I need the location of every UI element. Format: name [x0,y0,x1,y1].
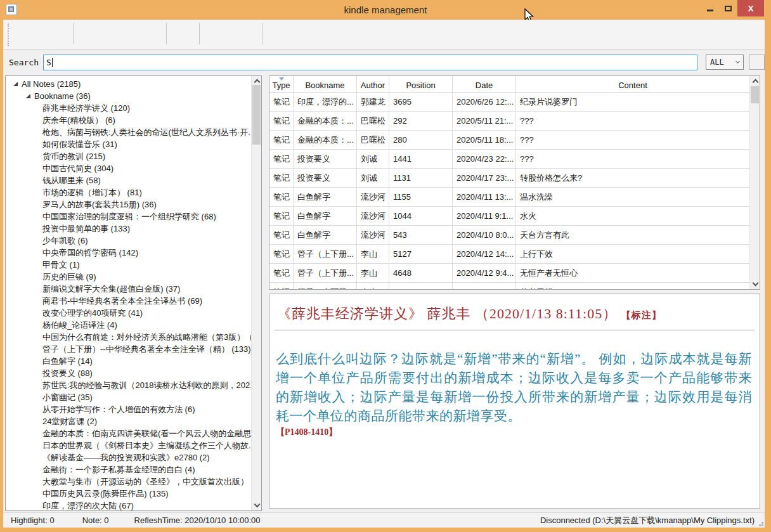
tree-book-item[interactable]: 中国国家治理的制度逻辑：一个组织学研究 (68) [6,211,251,223]
app-window: kindle management X Search S ALL [0,0,771,532]
tree-book-item[interactable]: 白鱼解字 (14) [6,355,251,367]
toolbar-separator [199,23,200,44]
maximize-button[interactable] [719,0,737,16]
notes-table-body: 笔记 印度，漂浮的... 郭建龙 3695 2020/6/26 12:... 纪… [269,93,749,289]
tree-book-item[interactable]: 中央帝国的哲学密码 (142) [6,247,251,259]
filter-dropdown[interactable]: ALL [706,55,744,70]
tree-book-item[interactable]: 从零开始学写作：个人增值的有效方法 (6) [6,403,251,415]
table-row[interactable]: 笔记 印度，漂浮的... 郭建龙 3695 2020/6/26 12:... 纪… [269,93,749,112]
note-detail-panel: 《薛兆丰经济学讲义》 薛兆丰 （2020/1/13 8:11:05） 【标注】 … [269,294,760,509]
tree-book-item[interactable]: 货币的教训 (215) [6,150,251,162]
tree-book-item[interactable]: 中国为什么有前途：对外经济关系的战略潜能（第3版）（... [6,331,251,343]
tree-book-item[interactable]: 金融街：一个影子私募基金经理的自白 (4) [6,464,251,476]
table-row[interactable]: 笔记 管子（上下册... 李山 4648 2020/4/12 9:4... 无恒… [269,264,749,283]
filter-value: ALL [710,58,724,67]
resize-grip[interactable] [761,524,763,526]
tree-book-item[interactable]: 薛兆丰经济学讲义 (120) [6,102,251,114]
app-icon-glyph [8,6,14,12]
expander-icon[interactable] [26,94,30,98]
table-header: Type Bookname Author Position Date Conte… [269,76,749,93]
note-detail-body: 么到底什么叫边际？边际就是“新增”带来的“新增”。 例如，边际成本就是每新增一个… [276,349,752,425]
detail-divider [275,330,755,330]
toolbar [3,20,765,50]
tree-book-item[interactable]: 投资中最简单的事 (133) [6,223,251,235]
table-row[interactable]: 笔记 金融的本质：... 巴曙松 280 2020/5/11 18:... ??… [269,131,749,150]
status-bar: Hightlight: 0 Note: 0 RefleshTime: 2020/… [3,512,765,528]
scrollbar-thumb[interactable] [252,85,261,145]
tree-book-item[interactable]: 金融的本质：伯南克四讲美联储(看一个风云人物的金融思... [6,427,251,439]
scroll-down-icon[interactable] [252,500,262,510]
tree-book-item[interactable]: 少年凯歌 (6) [6,235,251,247]
table-scrollbar[interactable] [749,76,760,289]
notes-tree-panel: All Notes (2185) Bookname (36) 薛兆丰经济学讲义 … [5,75,262,511]
scroll-down-icon[interactable] [750,279,760,289]
tree-book-item[interactable]: 管子（上下册）--中华经典名著全本全注全译（精） (133) [6,343,251,355]
tree-book-item[interactable]: 如何假装懂音乐 (31) [6,138,251,150]
tree-book-item[interactable]: 历史的巨镜 (9) [6,271,251,283]
search-extra-button[interactable] [749,55,765,70]
tree-item-bookname[interactable]: Bookname (36) [6,90,251,102]
text-caret [52,58,53,67]
tree-item-all-notes[interactable]: All Notes (2185) [6,78,251,90]
tree-book-item[interactable]: 日本的世界观（《剑桥日本史》主编凝练之作三个人物故... [6,439,251,451]
search-input[interactable]: S [43,55,697,70]
table-row[interactable]: 笔记 管子（上下册... 李山 5127 2020/4/12 14:... 上行… [269,245,749,264]
column-header-author[interactable]: Author [357,76,389,92]
status-highlight-count: Hightlight: 0 [11,516,55,525]
toolbar-separator [166,23,167,44]
table-row[interactable]: 笔记 白鱼解字 流沙河 1155 2020/4/11 13:... 温水洗澡 [269,188,749,207]
tree-book-item[interactable]: 《解读基金——我的投资观和实践》e2780 (2) [6,451,251,464]
tree-book-item[interactable]: 新编说文解字大全集(超值白金版) (37) [6,283,251,295]
table-row[interactable]: 笔记 白鱼解字 流沙河 543 2020/4/10 8:0... 天台方言有此 [269,226,749,245]
tree-book-item[interactable]: 罗马人的故事(套装共15册) (36) [6,198,251,211]
close-icon: X [748,4,754,13]
tree-book-item[interactable]: 中国历史风云录(陈舜臣作品) (135) [6,488,251,500]
status-connection: Disconnected (D:\天翼云盘下载\kmanapp\My Clipp… [540,515,755,526]
tree-book-item[interactable]: 甲骨文 (1) [6,259,251,271]
tree-book-item[interactable]: 投资要义 (88) [6,367,251,379]
status-reflesh-time: RefleshTime: 2020/10/10 10:00:00 [134,516,261,525]
tree-book-item[interactable]: 中国古代简史 (304) [6,162,251,174]
table-row[interactable]: 笔记 金融的本质：... 巴曙松 292 2020/5/11 21:... ??… [269,112,749,131]
scrollbar-thumb[interactable] [751,86,759,103]
tree-book-list: 薛兆丰经济学讲义 (120) 庆余年(精校版） (6) 枪炮、病菌与钢铁:人类社… [6,102,251,510]
toolbar-gripper[interactable] [8,23,10,46]
client-area: Search S ALL All Notes (2185) Bookname (… [3,20,765,528]
table-row[interactable]: 笔记 投资要义 刘诚 1131 2020/4/17 23:... 转股价格怎么来… [269,169,749,188]
tree-book-item[interactable]: 商君书-中华经典名著全本全注全译丛书 (69) [6,295,251,307]
tree-book-item[interactable]: 大教堂与集市（开源运动的《圣经》，中文版首次出版） ... [6,476,251,488]
table-row[interactable]: 笔记 管子（上下册... 李山 4577 2020/4/12 9:4... 黄老… [269,283,749,289]
tree-book-item[interactable]: 市场的逻辑（增订本） (81) [6,186,251,198]
tree-book-item[interactable]: 24堂财富课 (2) [6,415,251,427]
tree-book-item[interactable]: 小窗幽记 (35) [6,391,251,403]
chevron-down-icon [735,59,740,63]
toolbar-separator [73,23,74,44]
tree-book-item[interactable]: 改变心理学的40项研究 (41) [6,307,251,319]
table-row[interactable]: 笔记 白鱼解字 流沙河 1044 2020/4/11 9:1... 水火 [269,207,749,226]
column-header-date[interactable]: Date [453,76,516,92]
notes-tree: All Notes (2185) Bookname (36) 薛兆丰经济学讲义 … [6,76,251,510]
tree-book-item[interactable]: 庆余年(精校版） (6) [6,114,251,126]
scroll-up-icon[interactable] [750,76,760,86]
expander-icon[interactable] [13,82,18,86]
note-detail-title: 《薛兆丰经济学讲义》 薛兆丰 （2020/1/13 8:11:05） 【标注】 [277,304,751,323]
notes-table-panel: Type Bookname Author Position Date Conte… [269,75,760,290]
search-bar: Search S ALL [3,51,765,74]
app-icon[interactable] [6,4,17,15]
column-header-bookname[interactable]: Bookname [294,76,357,92]
titlebar: kindle management X [0,0,771,20]
minimize-button[interactable] [701,0,719,16]
tree-scrollbar[interactable] [251,76,261,510]
note-page-range: 【P1408-1410】 [276,427,752,438]
tree-book-item[interactable]: 印度，漂浮的次大陆 (67) [6,500,251,510]
column-header-content[interactable]: Content [516,76,749,92]
tree-book-item[interactable]: 枪炮、病菌与钢铁:人类社会的命运(世纪人文系列丛书·开... [6,126,251,138]
close-button[interactable]: X [737,0,764,16]
column-header-position[interactable]: Position [389,76,453,92]
search-label: Search [9,58,39,67]
status-note-count: Note: 0 [82,516,109,525]
tree-book-item[interactable]: 苏世民:我的经验与教训（2018读桥水达利欧的原则，202... [6,379,251,391]
tree-book-item[interactable]: 钱从哪里来 (58) [6,174,251,186]
table-row[interactable]: 笔记 投资要义 刘诚 1441 2020/4/23 22:... ??? [269,150,749,169]
tree-book-item[interactable]: 杨伯峻_论语译注 (4) [6,319,251,331]
